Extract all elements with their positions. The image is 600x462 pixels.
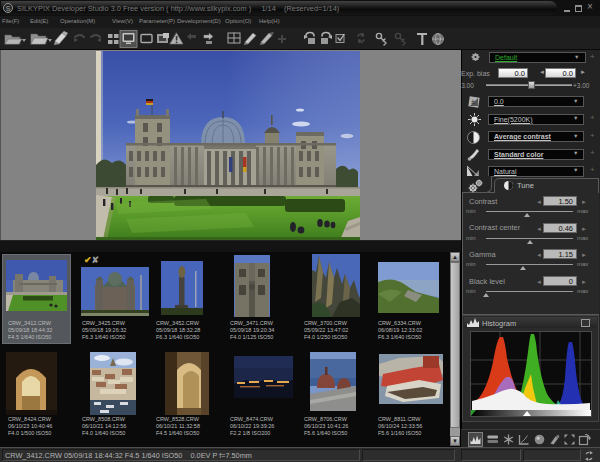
svg-text:±: ± <box>471 98 475 105</box>
